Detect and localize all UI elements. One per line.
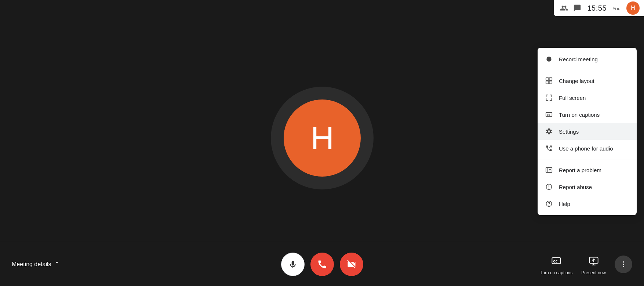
report-abuse-icon bbox=[545, 183, 553, 191]
main-video-area: H 15:55 You H bbox=[0, 0, 644, 286]
hangup-button[interactable] bbox=[310, 253, 334, 276]
right-controls: CC Turn on captions Present now bbox=[540, 253, 632, 275]
more-options-button[interactable] bbox=[615, 256, 632, 273]
menu-item-captions[interactable]: CC Turn on captions bbox=[538, 106, 637, 123]
menu-item-report-problem[interactable]: Report a problem bbox=[538, 162, 637, 178]
mic-button[interactable] bbox=[281, 253, 305, 276]
menu-item-report-abuse[interactable]: Report abuse bbox=[538, 178, 637, 195]
menu-item-settings[interactable]: Settings bbox=[538, 123, 637, 140]
menu-item-phone-audio[interactable]: Use a phone for audio bbox=[538, 140, 637, 157]
svg-point-0 bbox=[546, 57, 551, 61]
svg-text:CC: CC bbox=[553, 259, 558, 263]
settings-icon bbox=[545, 127, 553, 135]
bottom-bar: Meeting details ⌃ bbox=[0, 242, 644, 286]
svg-rect-1 bbox=[546, 78, 549, 81]
you-label: You bbox=[612, 6, 621, 11]
center-controls bbox=[281, 253, 363, 276]
help-icon bbox=[545, 200, 553, 208]
time-display: 15:55 bbox=[587, 4, 607, 12]
present-icon bbox=[586, 253, 601, 268]
top-bar: 15:55 You H bbox=[554, 0, 644, 16]
layout-icon bbox=[545, 77, 553, 85]
menu-item-full-screen[interactable]: Full screen bbox=[538, 89, 637, 106]
avatar-circle: H bbox=[284, 99, 361, 177]
menu-item-help[interactable]: Help bbox=[538, 195, 637, 212]
participant-avatar-container: H bbox=[271, 87, 374, 189]
svg-rect-2 bbox=[549, 78, 552, 81]
record-icon bbox=[545, 55, 553, 63]
svg-text:CC: CC bbox=[547, 114, 550, 116]
dropdown-menu: Record meeting Change layout bbox=[538, 48, 637, 215]
meeting-details-label: Meeting details bbox=[12, 261, 51, 268]
fullscreen-icon bbox=[545, 94, 553, 102]
svg-rect-4 bbox=[549, 81, 552, 84]
user-avatar-small: H bbox=[626, 1, 640, 15]
menu-divider-1 bbox=[538, 70, 637, 70]
captions-icon: CC bbox=[545, 111, 553, 119]
svg-point-22 bbox=[623, 264, 624, 265]
camera-off-button[interactable] bbox=[340, 253, 363, 276]
svg-point-23 bbox=[623, 266, 624, 267]
chat-icon[interactable] bbox=[573, 4, 582, 12]
captions-bottom-icon: CC bbox=[549, 253, 564, 268]
svg-point-12 bbox=[549, 188, 549, 189]
menu-item-change-layout[interactable]: Change layout bbox=[538, 72, 637, 89]
top-bar-icons bbox=[560, 4, 582, 12]
avatar-ring: H bbox=[271, 87, 374, 189]
avatar-initial: H bbox=[311, 119, 334, 157]
captions-label: Turn on captions bbox=[540, 270, 572, 275]
menu-divider-2 bbox=[538, 159, 637, 159]
menu-item-record-meeting[interactable]: Record meeting bbox=[538, 51, 637, 68]
svg-rect-3 bbox=[546, 81, 549, 84]
svg-point-14 bbox=[549, 205, 549, 206]
chevron-up-icon: ⌃ bbox=[54, 260, 60, 268]
svg-point-21 bbox=[623, 261, 624, 262]
present-label: Present now bbox=[581, 270, 606, 275]
bottom-captions-button[interactable]: CC Turn on captions bbox=[540, 253, 572, 275]
present-now-button[interactable]: Present now bbox=[581, 253, 606, 275]
people-icon[interactable] bbox=[560, 4, 568, 12]
meeting-details[interactable]: Meeting details ⌃ bbox=[12, 260, 60, 268]
report-problem-icon bbox=[545, 166, 553, 174]
phone-audio-icon bbox=[545, 144, 553, 152]
svg-rect-7 bbox=[546, 167, 552, 172]
